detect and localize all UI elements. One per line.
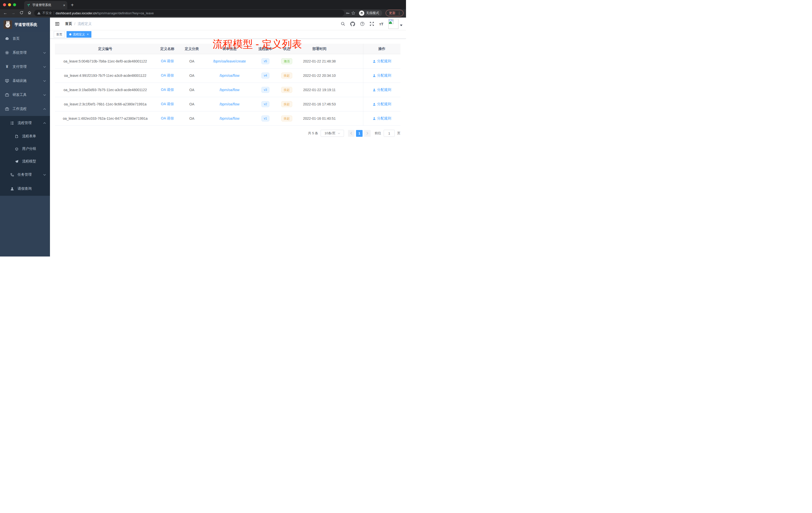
definition-name-link[interactable]: OA 请假 xyxy=(161,59,174,63)
sidebar-item-devtools[interactable]: 研发工具 xyxy=(0,88,50,102)
definition-name-link[interactable]: OA 请假 xyxy=(161,73,174,77)
github-icon[interactable] xyxy=(350,22,355,26)
window-zoom-button[interactable] xyxy=(13,3,16,6)
dashboard-icon xyxy=(5,37,9,41)
sidebar-item-system[interactable]: 系统管理 xyxy=(0,46,50,60)
browser-tab[interactable]: 芋道管理系统 × xyxy=(24,1,67,9)
bookmark-star-icon[interactable] xyxy=(351,11,355,15)
column-header: 定义编号 xyxy=(55,47,155,51)
assign-rule-link[interactable]: 分配规则 xyxy=(373,116,391,121)
current-page-button[interactable]: 1 xyxy=(356,130,362,137)
red-annotation-text: 流程模型 - 定义列表 xyxy=(213,37,302,51)
definition-id: oa_leave:2:3c1f0ef1-76b1-11ec-9c66-a2380… xyxy=(55,102,155,106)
definition-id: oa_leave:3:1fad3d93-7b75-11ec-a3c8-acde4… xyxy=(55,88,155,92)
deploy-time: 2022-01-16 17:46:53 xyxy=(297,102,342,106)
monitor-icon xyxy=(5,79,9,83)
paper-plane-icon xyxy=(14,159,19,163)
sidebar-item-process-model[interactable]: 流程模型 xyxy=(0,155,50,168)
goto-page-input[interactable] xyxy=(384,130,395,137)
sidebar-item-payment[interactable]: ¥ 支付管理 xyxy=(0,60,50,74)
breadcrumb-separator: / xyxy=(74,22,75,26)
sidebar-item-task-management[interactable]: 任务管理 xyxy=(0,168,50,182)
version-badge: v5 xyxy=(261,58,270,64)
sidebar-item-label: 研发工具 xyxy=(12,93,27,97)
new-tab-button[interactable]: + xyxy=(71,2,74,9)
caret-down-icon[interactable] xyxy=(400,25,403,27)
assign-rule-link[interactable]: 分配规则 xyxy=(373,88,391,92)
back-icon[interactable]: ← xyxy=(2,11,8,15)
definition-category: OA xyxy=(179,88,204,92)
password-key-icon[interactable] xyxy=(346,11,350,15)
incognito-label: 无痕模式 xyxy=(366,11,379,15)
sidebar-item-label: 首页 xyxy=(12,36,20,41)
form-link[interactable]: /bpm/oa/flow xyxy=(220,73,239,78)
forward-icon[interactable]: → xyxy=(10,11,17,15)
url-text[interactable]: dashboard.yudao.iocoder.cn/bpm/manager/d… xyxy=(56,11,154,15)
next-page-button[interactable] xyxy=(364,130,371,137)
sidebar-item-user-group[interactable]: 用户分组 xyxy=(0,143,50,155)
sidebar-item-leave-query[interactable]: 请假查询 xyxy=(0,182,50,196)
list-icon xyxy=(10,121,14,125)
logo-rabbit-image xyxy=(3,20,12,29)
briefcase-icon xyxy=(5,107,9,111)
chevron-down-icon xyxy=(43,80,46,82)
breadcrumb-home[interactable]: 首页 xyxy=(65,22,72,26)
form-link[interactable]: /bpm/oa/flow xyxy=(220,102,239,106)
assign-rule-link[interactable]: 分配规则 xyxy=(373,102,391,107)
user-avatar-dropdown[interactable] xyxy=(388,19,403,29)
url-host: dashboard.yudao.iocoder.cn xyxy=(56,11,97,15)
definition-name-link[interactable]: OA 请假 xyxy=(161,116,174,120)
sidebar-item-label: 流程表单 xyxy=(22,134,36,139)
chevron-right-icon xyxy=(366,132,368,135)
browser-menu-icon[interactable]: ⋮ xyxy=(398,11,401,15)
navbar-actions: тT xyxy=(341,19,403,29)
sidebar-item-infrastructure[interactable]: 基础设施 xyxy=(0,74,50,88)
reload-icon[interactable] xyxy=(18,11,25,16)
font-size-icon[interactable]: тT xyxy=(379,22,383,26)
tag-close-icon[interactable]: × xyxy=(87,33,89,36)
tag-home[interactable]: 首页 xyxy=(54,31,65,38)
incognito-chip: 无痕模式 xyxy=(358,10,382,16)
definition-category: OA xyxy=(179,59,204,63)
form-link[interactable]: /bpm/oa/flow xyxy=(220,88,239,92)
robot-face-icon xyxy=(14,147,19,151)
sidebar-logo[interactable]: 芋道管理系统 xyxy=(0,18,50,32)
help-icon[interactable] xyxy=(360,22,365,26)
tag-process-definition[interactable]: 流程定义 × xyxy=(66,31,91,38)
form-link[interactable]: /bpm/oa/flow xyxy=(220,117,239,120)
search-icon[interactable] xyxy=(341,22,345,26)
gear-icon xyxy=(5,51,9,55)
home-icon[interactable] xyxy=(26,11,33,16)
deploy-time: 2022-01-22 20:34:10 xyxy=(297,73,342,78)
sidebar-item-home[interactable]: 首页 xyxy=(0,32,50,46)
address-bar[interactable]: 不安全 dashboard.yudao.iocoder.cn/bpm/manag… xyxy=(34,10,344,16)
user-icon xyxy=(373,88,376,92)
sidebar-collapse-icon[interactable] xyxy=(54,22,61,26)
browser-update-button[interactable]: 更新 ⋮ xyxy=(386,10,404,16)
definition-category: OA xyxy=(179,102,204,106)
workflow-submenu: 流程管理 流程表单 用户分组 流程模型 任务管理 xyxy=(0,116,50,196)
window-minimize-button[interactable] xyxy=(8,3,11,6)
assign-rule-link[interactable]: 分配规则 xyxy=(373,59,391,63)
browser-toolbar: ← → 不安全 dashboard.yudao.iocoder.cn/bpm/m… xyxy=(0,9,406,18)
page-size-select[interactable]: 10条/页 xyxy=(321,130,344,137)
definition-name-link[interactable]: OA 请假 xyxy=(161,88,174,92)
app-title: 芋道管理系统 xyxy=(14,22,37,27)
user-icon xyxy=(373,103,376,106)
sidebar-item-process-management[interactable]: 流程管理 xyxy=(0,116,50,130)
fullscreen-icon[interactable] xyxy=(370,22,374,26)
tree-icon xyxy=(10,173,14,177)
sidebar-item-workflow[interactable]: 工作流程 xyxy=(0,102,50,116)
form-link[interactable]: /bpm/oa/leave/create xyxy=(213,59,246,63)
main-area: 流程模型 - 定义列表 首页 / 流程定义 тT xyxy=(50,18,406,256)
tab-close-icon[interactable]: × xyxy=(63,3,65,7)
assign-rule-link[interactable]: 分配规则 xyxy=(373,73,391,78)
security-warning-icon[interactable] xyxy=(37,11,41,15)
person-icon xyxy=(10,187,14,191)
incognito-icon xyxy=(359,10,364,16)
definition-name-link[interactable]: OA 请假 xyxy=(161,102,174,106)
sidebar-item-process-form[interactable]: 流程表单 xyxy=(0,130,50,143)
window-close-button[interactable] xyxy=(3,3,6,6)
security-label[interactable]: 不安全 xyxy=(42,11,52,15)
prev-page-button[interactable] xyxy=(348,130,354,137)
